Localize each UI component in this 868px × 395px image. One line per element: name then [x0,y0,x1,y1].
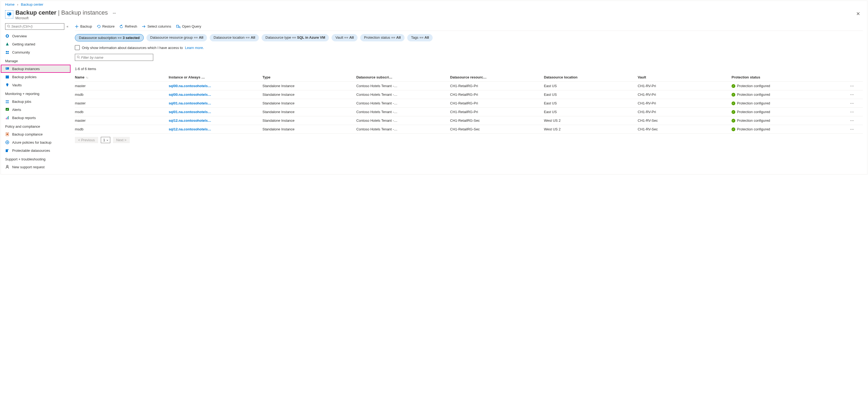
success-icon [732,93,735,96]
table-row[interactable]: msdb sql01.na.contosohotels… Standalone … [75,108,863,116]
sidebar-item-azure-policies-for-backup[interactable]: Azure policies for backup [1,138,70,146]
sidebar-item-alerts[interactable]: Alerts [1,106,70,114]
cell-status: Protection configured [732,108,844,116]
access-checkbox-label: Only show information about datasources … [82,46,183,50]
sidebar-item-backup-policies[interactable]: Backup policies [1,73,70,81]
row-more-button[interactable]: ··· [844,82,863,90]
cell-name: msdb [75,90,168,99]
sidebar-item-community[interactable]: Community [1,48,70,56]
sidebar-item-getting-started[interactable]: Getting started [1,40,70,48]
sidebar-item-label: Backup instances [12,67,40,71]
cell-type: Standalone Instance [262,108,356,116]
sidebar-item-label: Overview [12,34,27,38]
table-row[interactable]: msdb sql00.na.contosohotels… Standalone … [75,90,863,99]
more-icon[interactable]: ··· [113,11,116,16]
filter-pill-protection-status-[interactable]: Protection status == All [360,34,405,41]
name-filter[interactable] [75,54,153,61]
sidebar-search-input[interactable] [11,25,62,28]
cell-name: master [75,99,168,108]
breadcrumb-current[interactable]: Backup center [21,2,43,6]
cell-status: Protection configured [732,99,844,108]
sidebar: « OverviewGetting startedCommunity Manag… [1,22,70,174]
breadcrumb-home[interactable]: Home [5,2,14,6]
sidebar-item-label: Community [12,50,30,54]
name-filter-input[interactable] [81,55,151,59]
column-header-datasource-location[interactable]: Datasource location [544,73,638,82]
svg-rect-15 [6,103,9,103]
refresh-button[interactable]: Refresh [119,24,137,28]
row-more-button[interactable]: ··· [844,99,863,108]
cell-status: Protection configured [732,116,844,125]
column-header-name[interactable]: Name↑↓ [75,73,168,82]
sidebar-item-backup-jobs[interactable]: Backup jobs [1,97,70,106]
select-columns-button[interactable]: Select columns [142,24,171,28]
cell-instance-link[interactable]: sql01.na.contosohotels… [168,108,262,116]
column-header-instance-or-always-[interactable]: Instance or Always … [168,73,262,82]
result-count: 1-6 of 6 items [75,63,863,73]
sidebar-search[interactable] [5,23,64,30]
svg-rect-18 [7,117,7,119]
filter-pill-datasource-resource-group-[interactable]: Datasource resource group == All [147,34,207,41]
close-button[interactable]: ✕ [854,9,863,19]
cell-subscription: Contoso Hotels Tenant -… [356,99,450,108]
table-row[interactable]: master sql12.na.contosohotels… Standalon… [75,116,863,125]
cell-instance-link[interactable]: sql01.na.contosohotels… [168,99,262,108]
cell-location: East US [544,82,638,90]
filter-pill-tags-[interactable]: Tags == All [407,34,433,41]
search-icon [7,25,10,29]
success-icon [732,84,735,88]
svg-rect-2 [8,16,10,16]
backup-button[interactable]: Backup [75,24,92,28]
cell-subscription: Contoso Hotels Tenant -… [356,116,450,125]
access-checkbox[interactable] [75,45,80,50]
row-more-button[interactable]: ··· [844,116,863,125]
cell-type: Standalone Instance [262,82,356,90]
open-query-button[interactable]: Open Query [176,24,201,28]
community-icon [5,50,9,54]
cell-resource-group: CH1-RetailRG-Sec [450,116,544,125]
column-header-type[interactable]: Type [262,73,356,82]
sidebar-item-new-support-request[interactable]: New support request [1,163,70,171]
filter-pill-datasource-location-[interactable]: Datasource location == All [210,34,259,41]
column-header-vault[interactable]: Vault [638,73,732,82]
cell-vault: CH1-RV-Pri [638,82,732,90]
cell-instance-link[interactable]: sql12.na.contosohotels… [168,116,262,125]
sidebar-item-overview[interactable]: Overview [1,32,70,40]
table-row[interactable]: master sql00.na.contosohotels… Standalon… [75,82,863,90]
sidebar-item-backup-instances[interactable]: Backup instances [1,65,70,73]
svg-point-7 [6,51,7,53]
cell-instance-link[interactable]: sql12.na.contosohotels… [168,125,262,134]
column-header-protection-status[interactable]: Protection status [732,73,844,82]
cell-instance-link[interactable]: sql00.na.contosohotels… [168,90,262,99]
sidebar-item-protectable-datasources[interactable]: Protectable datasources [1,146,70,154]
table-row[interactable]: msdb sql12.na.contosohotels… Standalone … [75,125,863,134]
page-subtitle: Microsoft [16,16,854,20]
cell-subscription: Contoso Hotels Tenant -… [356,90,450,99]
filter-pill-datasource-type-[interactable]: Datasource type == SQL in Azure VM [261,34,329,41]
filter-pill-vault-[interactable]: Vault == All [332,34,358,41]
svg-rect-12 [6,75,9,76]
sidebar-item-backup-compliance[interactable]: Backup compliance [1,130,70,138]
pager-next[interactable]: Next > [113,137,130,143]
svg-point-21 [6,133,8,135]
new-support-request-icon [5,165,9,169]
learn-more-link[interactable]: Learn more. [185,46,204,50]
column-header-datasource-subscri-[interactable]: Datasource subscri… [356,73,450,82]
filter-pill-datasource-subscription-[interactable]: Datasource subscription == 3 selected [75,34,144,41]
restore-button[interactable]: Restore [97,24,115,28]
column-header-datasource-resourc-[interactable]: Datasource resourc… [450,73,544,82]
success-icon [732,128,735,131]
table-row[interactable]: master sql01.na.contosohotels… Standalon… [75,99,863,108]
cell-resource-group: CH1-RetailRG-Pri [450,99,544,108]
cell-subscription: Contoso Hotels Tenant -… [356,125,450,134]
sidebar-item-backup-reports[interactable]: Backup reports [1,114,70,122]
svg-rect-13 [6,101,9,101]
cell-instance-link[interactable]: sql00.na.contosohotels… [168,82,262,90]
pager-prev[interactable]: < Previous [75,137,98,143]
sidebar-item-vaults[interactable]: Vaults [1,81,70,89]
row-more-button[interactable]: ··· [844,125,863,134]
pager-page-select[interactable]: 1 [101,137,110,143]
row-more-button[interactable]: ··· [844,108,863,116]
row-more-button[interactable]: ··· [844,90,863,99]
collapse-sidebar-icon[interactable]: « [66,25,67,28]
